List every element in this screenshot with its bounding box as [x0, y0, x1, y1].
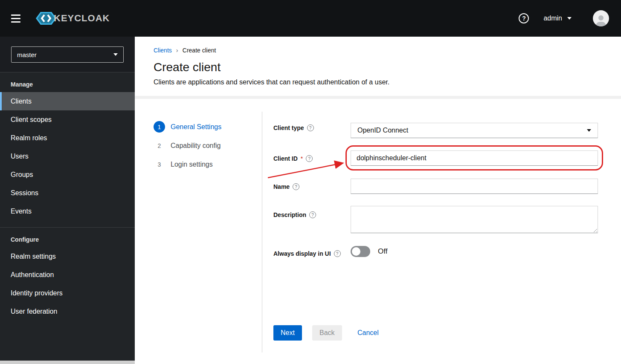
caret-down-icon [113, 53, 118, 56]
nav-group-configure: Configure Realm settings Authentication … [0, 227, 135, 321]
question-circle-icon[interactable]: ? [307, 124, 314, 131]
user-menu[interactable]: admin [543, 14, 572, 22]
breadcrumb-current: Create client [183, 47, 216, 54]
client-id-label-row: Client ID * ? [273, 155, 313, 162]
wizard-step-capability-config[interactable]: 2 Capability config [154, 140, 221, 151]
name-label: Name [273, 183, 290, 190]
wizard-step-login-settings[interactable]: 3 Login settings [154, 159, 221, 170]
nav-group-manage: Manage Clients Client scopes Realm roles… [0, 72, 135, 220]
description-textarea[interactable] [351, 206, 598, 233]
username: admin [543, 14, 562, 22]
required-asterisk: * [301, 155, 303, 162]
name-label-row: Name ? [273, 183, 299, 191]
step-label: General Settings [171, 123, 221, 131]
toggle-knob [352, 247, 360, 256]
question-circle-icon[interactable]: ? [306, 155, 313, 162]
breadcrumb-link-clients[interactable]: Clients [154, 47, 172, 54]
app-header: KEYCLOAK ? admin [0, 0, 621, 37]
avatar[interactable] [593, 10, 609, 26]
nav-group-label-manage: Manage [0, 72, 135, 92]
client-id-input[interactable] [351, 150, 598, 166]
page-subtitle: Clients are applications and services th… [154, 78, 389, 86]
description-label: Description [273, 211, 306, 218]
brand-wordmark: KEYCLOAK [54, 13, 110, 24]
sidebar-item-clients[interactable]: Clients [0, 92, 135, 110]
page-title: Create client [154, 61, 221, 74]
step-number: 1 [154, 121, 165, 133]
cancel-button[interactable]: Cancel [357, 325, 379, 341]
step-number: 3 [154, 159, 165, 170]
client-type-selected-value: OpenID Connect [357, 127, 408, 134]
header-actions: ? admin [519, 10, 609, 26]
question-circle-icon[interactable]: ? [334, 250, 341, 257]
nav-group-label-configure: Configure [0, 228, 135, 247]
realm-selector-area: master [0, 37, 135, 72]
client-type-label: Client type [273, 124, 304, 131]
keycloak-logo: KEYCLOAK [35, 11, 110, 26]
sidebar-item-realm-roles[interactable]: Realm roles [0, 129, 135, 147]
always-display-label: Always display in UI [273, 250, 331, 257]
section-divider [135, 96, 621, 99]
always-display-state: Off [378, 247, 387, 256]
question-circle-icon[interactable]: ? [309, 211, 316, 218]
breadcrumb: Clients › Create client [154, 46, 216, 54]
wizard-step-general-settings[interactable]: 1 General Settings [154, 121, 221, 133]
caret-down-icon [587, 129, 591, 132]
sidebar-item-groups[interactable]: Groups [0, 165, 135, 184]
client-type-label-row: Client type ? [273, 124, 314, 132]
sidebar-item-realm-settings[interactable]: Realm settings [0, 247, 135, 266]
sidebar-item-users[interactable]: Users [0, 147, 135, 165]
realm-name: master [17, 51, 37, 58]
person-icon [595, 14, 607, 26]
step-number: 2 [154, 140, 165, 151]
question-circle-icon[interactable]: ? [293, 183, 299, 190]
next-button[interactable]: Next [273, 325, 302, 341]
sidebar-item-client-scopes[interactable]: Client scopes [0, 110, 135, 129]
realm-selector[interactable]: master [11, 46, 124, 63]
step-label: Login settings [171, 161, 213, 168]
help-icon[interactable]: ? [519, 13, 529, 23]
sidebar-item-events[interactable]: Events [0, 202, 135, 220]
hamburger-menu-icon[interactable] [11, 14, 20, 23]
breadcrumb-separator-icon: › [176, 46, 178, 54]
client-type-select[interactable]: OpenID Connect [351, 123, 598, 138]
name-input[interactable] [351, 179, 598, 194]
wizard-steps: 1 General Settings 2 Capability config 3… [154, 121, 221, 177]
always-display-toggle[interactable] [351, 246, 370, 257]
caret-down-icon [567, 17, 572, 20]
always-display-label-row: Always display in UI ? [273, 250, 341, 257]
description-label-row: Description ? [273, 211, 316, 219]
client-id-label: Client ID [273, 155, 298, 162]
main-content: Clients › Create client Create client Cl… [135, 37, 621, 364]
sidebar-bottom-strip [0, 361, 135, 364]
sidebar-item-identity-providers[interactable]: Identity providers [0, 284, 135, 302]
sidebar-item-user-federation[interactable]: User federation [0, 302, 135, 321]
back-button[interactable]: Back [312, 325, 342, 341]
wizard-form-divider [262, 112, 262, 352]
sidebar-item-authentication[interactable]: Authentication [0, 266, 135, 284]
step-label: Capability config [171, 142, 221, 150]
sidebar-item-sessions[interactable]: Sessions [0, 184, 135, 202]
sidebar: master Manage Clients Client scopes Real… [0, 37, 135, 364]
